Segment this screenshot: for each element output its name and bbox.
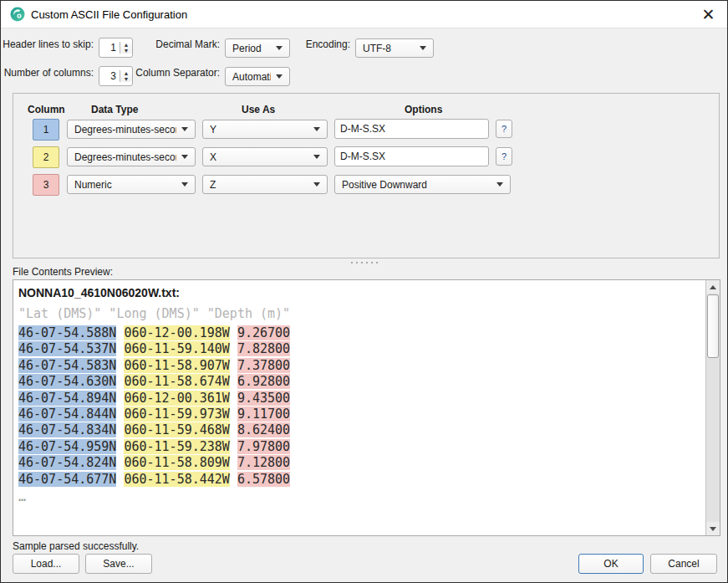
preview-lon-cell: 060-11-58.809W — [124, 455, 229, 470]
encoding-value: UTF-8 — [363, 43, 415, 54]
use-as-header: Use As — [242, 104, 275, 115]
data-type-select[interactable]: Degrees-minutes-seconds — [67, 147, 196, 166]
chevron-down-icon — [313, 155, 320, 159]
header-lines-spinner[interactable]: 1 ▲ ▼ — [99, 38, 133, 58]
column-header: Column — [28, 104, 65, 115]
preview-depth-cell: 7.12800 — [237, 455, 290, 470]
preview-lon-cell: 060-11-59.238W — [124, 439, 229, 454]
num-columns-spin-buttons[interactable]: ▲ ▼ — [120, 70, 132, 82]
scroll-up-icon[interactable] — [706, 280, 720, 294]
options-input[interactable]: D-M-S.SX — [334, 119, 489, 139]
preview-lon-cell: 060-11-58.442W — [124, 472, 229, 487]
cancel-button[interactable]: Cancel — [650, 554, 717, 574]
preview-lon-cell: 060-11-59.468W — [124, 422, 229, 437]
vertical-scrollbar[interactable] — [705, 280, 720, 535]
preview-lon-cell: 060-11-59.140W — [124, 341, 229, 356]
preview-depth-cell: 6.57800 — [237, 472, 290, 487]
preview-lon-cell: 060-12-00.361W — [124, 391, 229, 406]
preview-data-row: 46-07-54.630N 060-11-58.674W 6.92800 — [18, 374, 701, 390]
column-separator-select[interactable]: Automatic — [225, 67, 290, 86]
custom-ascii-config-dialog: Custom ASCII File Configuration ✕ Header… — [0, 0, 728, 583]
use-as-select[interactable]: Y — [202, 120, 328, 139]
preview-lat-cell: 46-07-54.824N — [18, 455, 116, 470]
spin-up-icon[interactable]: ▲ — [120, 70, 132, 76]
scroll-down-icon[interactable] — [706, 522, 720, 535]
decimal-mark-value: Period — [232, 43, 271, 54]
encoding-select[interactable]: UTF-8 — [355, 38, 434, 58]
preview-depth-cell: 6.92800 — [237, 374, 290, 389]
spin-up-icon[interactable]: ▲ — [120, 42, 132, 48]
options-select[interactable]: Positive Downward — [334, 175, 511, 194]
preview-depth-cell: 9.26700 — [237, 325, 290, 340]
preview-data-row: 46-07-54.834N 060-11-59.468W 8.62400 — [18, 422, 701, 438]
header-lines-value[interactable]: 1 — [99, 42, 120, 54]
column-config-row: 2 Degrees-minutes-seconds X D-M-S.SX ? — [13, 146, 719, 168]
preview-data-row: 46-07-54.959N 060-11-59.238W 7.97800 — [18, 439, 701, 455]
help-label: ? — [501, 124, 507, 134]
splitter-handle[interactable] — [1, 259, 727, 266]
column-separator-label: Column Separator: — [135, 67, 220, 79]
preview-data-row: 46-07-54.844N 060-11-59.973W 9.11700 — [18, 407, 701, 422]
decimal-mark-select[interactable]: Period — [225, 38, 290, 58]
data-type-value: Numeric — [74, 179, 176, 191]
chevron-down-icon — [181, 127, 188, 131]
options-input[interactable]: D-M-S.SX — [334, 146, 489, 166]
num-columns-value[interactable]: 3 — [99, 70, 120, 82]
load-button[interactable]: Load... — [13, 554, 79, 574]
preview-lon-cell: 060-11-58.907W — [124, 358, 229, 373]
num-columns-spinner[interactable]: 3 ▲ ▼ — [99, 66, 133, 86]
options-value: D-M-S.SX — [340, 123, 385, 135]
preview-header-line: "Lat (DMS)" "Long (DMS)" "Depth (m)" — [18, 305, 701, 323]
preview-lat-cell: 46-07-54.583N — [18, 358, 116, 373]
help-button[interactable]: ? — [496, 120, 512, 138]
columns-config-panel: Column Data Type Use As Options 1 Degree… — [13, 93, 720, 258]
data-type-value: Degrees-minutes-seconds — [74, 124, 176, 136]
spin-down-icon[interactable]: ▼ — [120, 48, 132, 54]
data-type-select[interactable]: Numeric — [67, 175, 196, 194]
spin-down-icon[interactable]: ▼ — [120, 76, 132, 82]
use-as-value: X — [210, 151, 308, 163]
preview-lat-cell: 46-07-54.834N — [18, 422, 116, 437]
preview-lat-cell: 46-07-54.537N — [18, 341, 116, 356]
column-config-row: 3 Numeric Z Positive Downward — [13, 174, 719, 196]
preview-depth-cell: 7.37800 — [237, 358, 290, 373]
column-index-badge: 3 — [33, 174, 59, 196]
encoding-label: Encoding: — [306, 38, 350, 50]
data-type-select[interactable]: Degrees-minutes-seconds — [67, 120, 196, 139]
preview-data-row: 46-07-54.588N 060-12-00.198W 9.26700 — [18, 325, 701, 341]
use-as-select[interactable]: Z — [202, 175, 328, 194]
status-message: Sample parsed successfully. — [13, 540, 139, 552]
preview-lat-cell: 46-07-54.894N — [18, 391, 116, 406]
window-title: Custom ASCII File Configuration — [31, 8, 187, 21]
header-lines-label: Header lines to skip: — [3, 38, 94, 50]
help-button[interactable]: ? — [496, 147, 512, 166]
chevron-down-icon — [276, 46, 283, 50]
save-button[interactable]: Save... — [85, 554, 152, 574]
header-lines-spin-buttons[interactable]: ▲ ▼ — [120, 42, 132, 54]
preview-lat-cell: 46-07-54.959N — [18, 439, 116, 454]
ok-button[interactable]: OK — [578, 554, 644, 574]
title-bar: Custom ASCII File Configuration ✕ — [1, 1, 727, 28]
preview-lat-cell: 46-07-54.588N — [18, 325, 116, 340]
preview-depth-cell: 7.82800 — [237, 341, 290, 356]
column-index-badge: 1 — [33, 119, 59, 141]
chevron-down-icon — [181, 182, 188, 187]
file-contents-preview[interactable]: NONNA10_4610N06020W.txt: "Lat (DMS)" "Lo… — [13, 279, 720, 536]
scrollbar-thumb[interactable] — [707, 294, 719, 358]
preview-lat-cell: 46-07-54.677N — [18, 472, 116, 487]
chevron-down-icon — [276, 74, 283, 79]
preview-label: File Contents Preview: — [13, 266, 113, 278]
data-type-header: Data Type — [91, 104, 138, 115]
column-separator-value: Automatic — [232, 71, 271, 83]
preview-ellipsis: … — [18, 488, 701, 506]
app-logo-icon — [10, 7, 25, 22]
preview-data-row: 46-07-54.537N 060-11-59.140W 7.82800 — [18, 341, 701, 357]
preview-depth-cell: 9.43500 — [237, 391, 290, 406]
preview-lat-cell: 46-07-54.630N — [18, 374, 116, 389]
close-icon[interactable]: ✕ — [690, 1, 727, 28]
chevron-down-icon — [420, 46, 426, 50]
column-config-row: 1 Degrees-minutes-seconds Y D-M-S.SX ? — [13, 119, 719, 141]
preview-data-row: 46-07-54.583N 060-11-58.907W 7.37800 — [18, 358, 701, 374]
decimal-mark-label: Decimal Mark: — [155, 38, 220, 50]
use-as-select[interactable]: X — [202, 147, 328, 166]
